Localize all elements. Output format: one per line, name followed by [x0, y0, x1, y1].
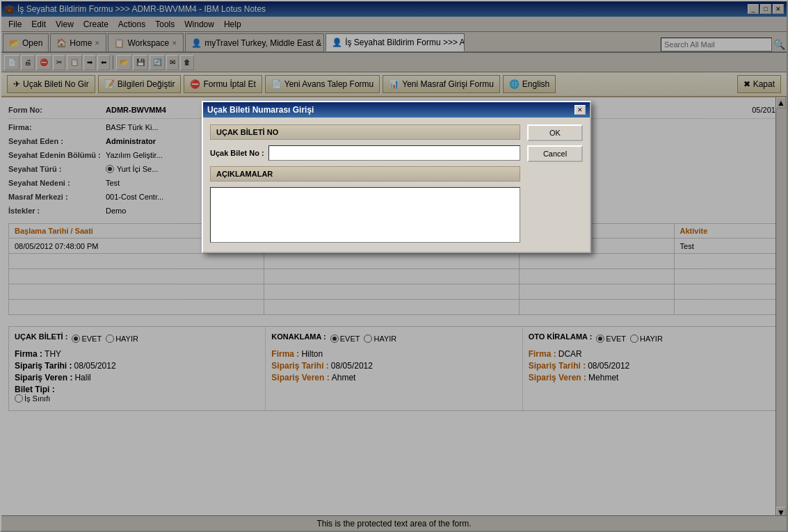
modal-dialog: Uçak Bileti Numarası Girişi ✕ UÇAK BİLET… [202, 101, 591, 253]
modal-title-bar: Uçak Bileti Numarası Girişi ✕ [203, 102, 590, 118]
modal-body: UÇAK BİLETİ NO Uçak Bilet No : AÇIKLAMAL… [203, 118, 590, 252]
modal-section1-title: UÇAK BİLETİ NO [210, 124, 520, 140]
modal-left-panel: UÇAK BİLETİ NO Uçak Bilet No : AÇIKLAMAL… [210, 124, 520, 245]
aciklamalar-textarea[interactable] [210, 187, 520, 243]
modal-right-panel: OK Cancel [527, 124, 583, 245]
app-window: 💼 İş Seyahat Bildirim Formu >>> ADMR-BWV… [0, 0, 788, 532]
modal-cancel-button[interactable]: Cancel [527, 145, 583, 162]
modal-overlay: Uçak Bileti Numarası Girişi ✕ UÇAK BİLET… [0, 0, 788, 532]
modal-ok-button[interactable]: OK [527, 124, 583, 141]
modal-title: Uçak Bileti Numarası Girişi [207, 105, 314, 115]
modal-field-row: Uçak Bilet No : [210, 145, 520, 161]
modal-field-label: Uçak Bilet No : [210, 149, 264, 157]
ucak-bilet-no-input[interactable] [268, 145, 520, 161]
modal-section2-title: AÇIKLAMALAR [210, 166, 520, 182]
modal-close-button[interactable]: ✕ [574, 105, 586, 115]
